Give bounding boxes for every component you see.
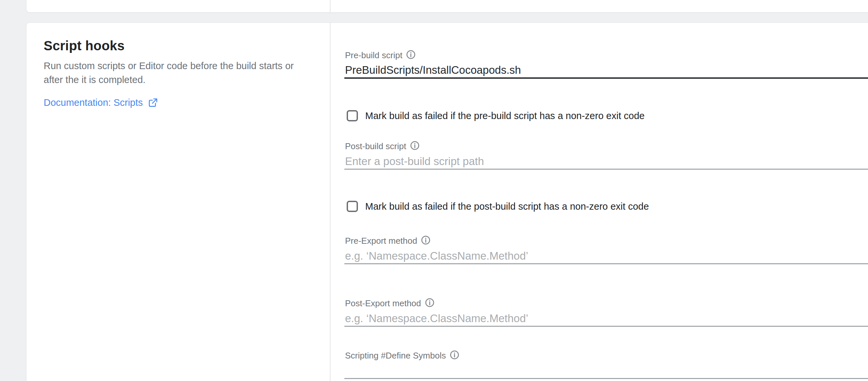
info-icon[interactable] bbox=[410, 140, 420, 152]
pre-export-method-input[interactable] bbox=[344, 249, 868, 264]
post-build-script-field: Post-build script bbox=[344, 140, 868, 170]
scripting-define-symbols-input[interactable] bbox=[344, 364, 868, 379]
script-hooks-settings-page: Script hooks Run custom scripts or Edito… bbox=[0, 0, 868, 381]
section-description-line: Run custom scripts or Editor code before… bbox=[44, 59, 294, 73]
scripting-define-symbols-label: Scripting #Define Symbols bbox=[345, 351, 446, 361]
post-export-method-label: Post-Export method bbox=[345, 298, 421, 309]
info-icon[interactable] bbox=[421, 235, 431, 246]
scripting-define-symbols-field: Scripting #Define Symbols bbox=[344, 350, 868, 379]
documentation-scripts-link[interactable]: Documentation: Scripts bbox=[44, 97, 158, 108]
pre-build-fail-checkbox-row[interactable]: Mark build as failed if the pre-build sc… bbox=[347, 110, 645, 121]
pre-export-method-label: Pre-Export method bbox=[345, 236, 417, 246]
info-icon[interactable] bbox=[406, 50, 416, 61]
card-column-divider bbox=[330, 0, 331, 12]
pre-build-fail-checkbox-label: Mark build as failed if the pre-build sc… bbox=[365, 110, 645, 121]
info-icon[interactable] bbox=[425, 298, 435, 309]
section-title: Script hooks bbox=[44, 38, 125, 53]
post-build-fail-checkbox-row[interactable]: Mark build as failed if the post-build s… bbox=[347, 201, 649, 212]
post-build-script-label: Post-build script bbox=[345, 141, 406, 152]
info-icon[interactable] bbox=[450, 350, 460, 361]
documentation-link-label: Documentation: Scripts bbox=[44, 97, 143, 108]
section-description: Run custom scripts or Editor code before… bbox=[44, 59, 294, 87]
pre-build-script-input[interactable] bbox=[344, 63, 868, 79]
card-column-divider bbox=[330, 23, 331, 381]
external-link-icon bbox=[148, 98, 158, 108]
post-build-fail-checkbox-label: Mark build as failed if the post-build s… bbox=[365, 201, 649, 212]
pre-export-method-field: Pre-Export method bbox=[344, 235, 868, 264]
pre-build-script-field: Pre-build script bbox=[344, 50, 868, 79]
post-build-script-input[interactable] bbox=[344, 154, 868, 170]
previous-section-card bbox=[26, 0, 868, 12]
post-export-method-input[interactable] bbox=[344, 312, 868, 327]
checkbox-unchecked[interactable] bbox=[347, 110, 358, 121]
section-description-line: after the it is completed. bbox=[44, 73, 294, 87]
checkbox-unchecked[interactable] bbox=[347, 201, 358, 212]
post-export-method-field: Post-Export method bbox=[344, 298, 868, 327]
pre-build-script-label: Pre-build script bbox=[345, 50, 402, 61]
